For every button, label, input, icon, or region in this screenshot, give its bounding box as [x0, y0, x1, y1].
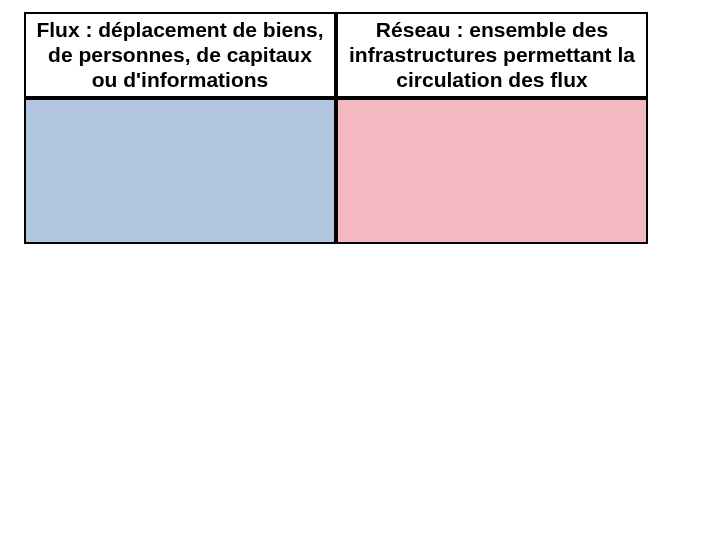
- cell-body-right: [336, 98, 648, 244]
- cell-header-flux: Flux : déplacement de biens, de personne…: [24, 12, 336, 98]
- diagram-stage: Flux : déplacement de biens, de personne…: [0, 0, 720, 540]
- cell-body-left: [24, 98, 336, 244]
- cell-header-flux-text: Flux : déplacement de biens, de personne…: [34, 18, 326, 92]
- cell-header-reseau-text: Réseau : ensemble des infrastructures pe…: [346, 18, 638, 92]
- cell-header-reseau: Réseau : ensemble des infrastructures pe…: [336, 12, 648, 98]
